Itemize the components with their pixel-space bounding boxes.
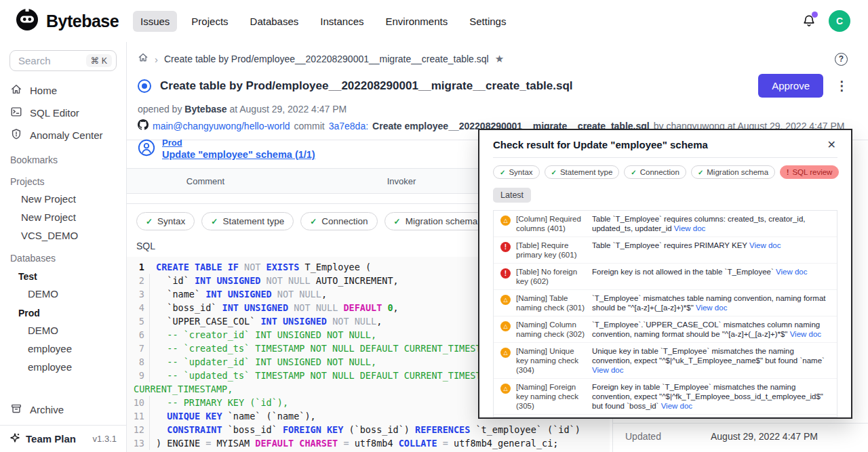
view-doc-link[interactable]: View doc <box>790 330 821 338</box>
check-icon: ✓ <box>310 217 317 226</box>
line-number: 12 <box>127 423 150 436</box>
check-pill-statement-type[interactable]: ✓Statement type <box>545 165 620 179</box>
issue-opened-meta: opened by Bytebase at August 29, 2022 4:… <box>127 98 868 115</box>
check-rule-name: [Naming] Foreign key naming check (305) <box>516 382 587 411</box>
sidebar-item-home[interactable]: Home <box>0 79 126 102</box>
check-result-list: △[Column] Required columns (401)Table `T… <box>493 210 837 417</box>
issue-opener: Bytebase <box>184 104 226 115</box>
breadcrumb-title[interactable]: Create table by Prod/employee__202208290… <box>164 54 489 64</box>
issue-title: Create table by Prod/employee__202208290… <box>160 79 749 93</box>
stage-task-link[interactable]: Update "employee" schema (1/1) <box>162 149 315 160</box>
warning-icon: △ <box>500 295 511 305</box>
view-doc-link[interactable]: View doc <box>776 268 807 276</box>
issue-header: Create table by Prod/employee__202208290… <box>127 70 868 98</box>
nav-environments[interactable]: Environments <box>378 11 455 32</box>
issue-open-status-icon <box>138 79 151 93</box>
code-text: -- PRIMARY KEY (`id`), <box>156 396 288 409</box>
kebab-menu-icon[interactable]: ⋮ <box>832 78 852 94</box>
view-doc-link[interactable]: View doc <box>749 241 781 249</box>
sparkle-icon <box>9 432 20 446</box>
check-rule-name: [Table] Require primary key (601) <box>516 241 587 260</box>
approve-button[interactable]: Approve <box>758 74 823 98</box>
brand-name: Bytebase <box>46 12 119 31</box>
check-description: Unique key in table `T_Employee` mismatc… <box>592 346 830 375</box>
sidebar-item-anomaly-center[interactable]: Anomaly Center <box>0 124 126 146</box>
search-input[interactable]: Search ⌘ K <box>9 50 117 71</box>
notifications-bell-icon[interactable] <box>802 14 816 28</box>
sidebar-db-demo[interactable]: DEMO <box>0 321 126 340</box>
meta-row-updated: Updated August 29, 2022 4:47 PM <box>613 424 868 449</box>
line-number: 13 <box>127 436 150 450</box>
sidebar-db-demo[interactable]: DEMO <box>0 285 126 303</box>
check-pill-statement-type[interactable]: ✓Statement type <box>201 212 294 230</box>
sidebar-env-prod[interactable]: Prod <box>0 303 126 321</box>
check-icon: ✓ <box>211 217 218 226</box>
help-icon[interactable]: ? <box>835 53 848 66</box>
check-icon: ✓ <box>631 169 636 176</box>
line-number: 1 <box>127 260 150 274</box>
plan-name[interactable]: Team Plan <box>26 433 76 445</box>
check-pill-migration-schema[interactable]: ✓Migration schema <box>691 165 775 179</box>
sidebar-project-new-project[interactable]: New Project <box>0 190 126 208</box>
code-text: CONSTRAINT `boss_id` FOREIGN KEY (`boss_… <box>156 423 580 436</box>
check-pill-migration-schema[interactable]: ✓Migration schema <box>384 212 488 230</box>
latest-button[interactable]: Latest <box>493 188 531 203</box>
check-pill-connection[interactable]: ✓Connection <box>300 212 377 230</box>
nav-databases[interactable]: Databases <box>243 11 307 32</box>
search-shortcut: ⌘ K <box>86 54 112 67</box>
topbar-nav: IssuesProjectsDatabasesInstancesEnvironm… <box>133 11 513 32</box>
shield-icon <box>10 128 22 142</box>
sidebar-item-sql-editor[interactable]: SQL Editor <box>0 102 126 124</box>
stage-env-link[interactable]: Prod <box>162 138 315 148</box>
sidebar-db-employee[interactable]: employee <box>0 340 126 358</box>
line-number: 11 <box>127 409 150 423</box>
code-line: 13) ENGINE = MYISAM DEFAULT CHARSET = ut… <box>127 436 610 450</box>
check-rule-name: [Table] No foreign key (602) <box>516 267 587 286</box>
sidebar-item-label: SQL Editor <box>30 107 79 119</box>
brand[interactable]: Bytebase <box>15 7 133 35</box>
check-result-row: ![Table] No foreign key (602)Foreign key… <box>494 264 837 290</box>
assignee-person-icon <box>138 139 155 159</box>
nav-settings[interactable]: Settings <box>462 11 513 32</box>
view-doc-link[interactable]: View doc <box>696 304 727 312</box>
warning-icon: △ <box>500 321 511 331</box>
topbar: Bytebase IssuesProjectsDatabasesInstance… <box>0 0 868 42</box>
check-pill-label: Syntax <box>509 168 532 176</box>
view-doc-link[interactable]: View doc <box>592 366 623 374</box>
check-result-row: △[Naming] Unique key naming check (304)U… <box>494 343 837 379</box>
view-doc-link[interactable]: View doc <box>674 224 705 232</box>
check-pill-syntax[interactable]: ✓Syntax <box>136 212 195 230</box>
close-icon[interactable]: ✕ <box>826 138 837 151</box>
line-number: 4 <box>127 301 150 314</box>
check-pill-connection[interactable]: ✓Connection <box>624 165 686 179</box>
sidebar-project-new-project[interactable]: New Project <box>0 208 126 226</box>
sidebar-item-label: Archive <box>30 404 64 415</box>
sidebar-db-employee[interactable]: employee <box>0 358 126 376</box>
sidebar: Search ⌘ K Home SQL Editor Anomaly Cente… <box>0 42 127 452</box>
nav-issues[interactable]: Issues <box>133 11 177 32</box>
warning-icon: △ <box>500 348 511 358</box>
nav-instances[interactable]: Instances <box>313 11 371 32</box>
notification-dot <box>812 12 818 18</box>
check-pill-label: Connection <box>640 168 679 176</box>
sidebar-item-archive[interactable]: Archive <box>0 398 126 421</box>
breadcrumb-chevron: › <box>155 54 158 65</box>
check-icon: ✓ <box>551 169 557 176</box>
sidebar-env-test[interactable]: Test <box>0 266 126 285</box>
check-pill-sql-review[interactable]: !SQL review <box>780 165 839 179</box>
archive-icon <box>10 403 22 417</box>
breadcrumb-home-icon[interactable] <box>138 52 149 66</box>
topbar-right: C <box>802 10 850 32</box>
check-rule-name: [Naming] Column naming check (302) <box>516 320 587 339</box>
sidebar-project-vcs-demo[interactable]: VCS_DEMO <box>0 226 126 245</box>
view-doc-link[interactable]: View doc <box>661 402 692 410</box>
check-pill-label: Statement type <box>222 216 284 226</box>
check-pill-syntax[interactable]: ✓Syntax <box>493 165 540 179</box>
avatar[interactable]: C <box>829 10 850 32</box>
nav-projects[interactable]: Projects <box>184 11 235 32</box>
sidebar-projects-list: New ProjectNew ProjectVCS_DEMO <box>0 190 126 245</box>
check-result-row: "CREATE TABLE IF NOT EXISTS T_Employee (… <box>494 415 837 417</box>
bookmark-star-icon[interactable]: ★ <box>495 53 504 65</box>
fail-icon: ! <box>787 169 789 176</box>
code-text: -- `created_ts` TIMESTAMP NOT NULL DEFAU… <box>156 342 503 355</box>
